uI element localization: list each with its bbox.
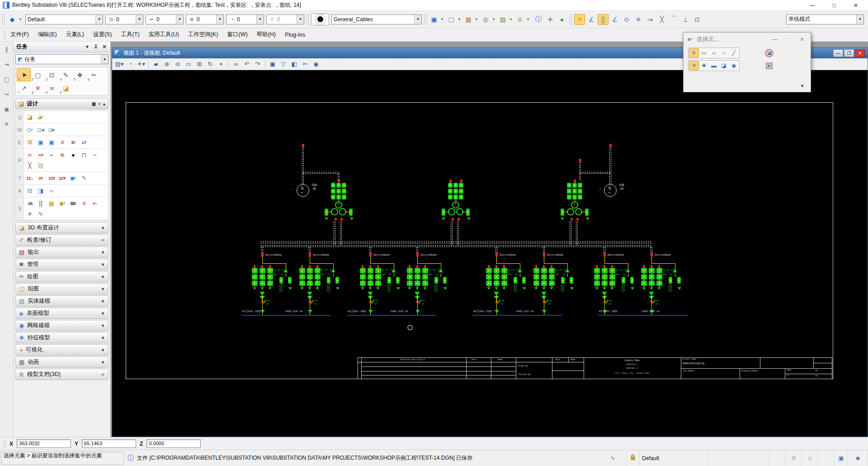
mode-combo[interactable]: 单线模式 ▼	[786, 14, 864, 24]
chevron-down-icon[interactable]: ▼	[101, 55, 108, 64]
task-section-实体建模[interactable]: ▧实体建模▼	[15, 295, 108, 307]
view-close-button[interactable]: ✕	[855, 49, 865, 57]
active-level-combo[interactable]: Default ▼	[25, 14, 103, 24]
measure-tool[interactable]: ≍9	[45, 81, 59, 95]
chevron-down-icon[interactable]: ▼	[856, 15, 863, 24]
device-tree-icon[interactable]: ⌘	[24, 137, 35, 147]
view-tool-icon[interactable]: ∞	[231, 61, 241, 67]
prev-page-icon[interactable]: ▢◀	[35, 124, 46, 135]
task-section-模型文档(3D)[interactable]: ≣模型文档(3D)≓	[15, 369, 108, 380]
chevron-down-icon[interactable]: ▼	[474, 14, 479, 25]
chevron-down-icon[interactable]: ▼	[101, 250, 105, 255]
xbox-text-icon[interactable]: ▩T	[57, 198, 68, 209]
toolbar-grip[interactable]	[424, 14, 426, 25]
view-tool-icon[interactable]: ☀▾	[137, 61, 146, 67]
toolbox-tool[interactable]: ◪0	[59, 81, 73, 95]
user-segment[interactable]: ☻	[848, 450, 868, 466]
chevron-down-icon[interactable]: ▼	[95, 15, 103, 24]
view-tool-icon[interactable]: ◔	[126, 61, 135, 67]
junction-dot-icon[interactable]: ●	[68, 150, 79, 160]
coord-grip[interactable]	[4, 440, 6, 448]
device-swap-icon[interactable]: ⇄	[79, 137, 90, 147]
close-button[interactable]: ✕	[846, 0, 865, 10]
number-sign-icon[interactable]: ##	[35, 173, 46, 183]
select-individual-icon[interactable]: ✛	[689, 48, 699, 57]
active-priority-combo[interactable]: ⇪ 0 ▼	[266, 14, 304, 24]
dialog-maximize-button[interactable]: □	[783, 36, 793, 43]
chevron-down-icon[interactable]: ▼	[297, 15, 304, 24]
new-project-icon[interactable]: ◪+	[35, 112, 46, 122]
task-section-输出[interactable]: ▤输出▼	[15, 247, 108, 258]
mode-invert-icon[interactable]: ◪	[719, 61, 729, 70]
task-section-管理[interactable]: ✱管理▼	[15, 259, 108, 270]
move-tool[interactable]: ↗7	[17, 81, 31, 95]
shield-segment[interactable]: ▣	[835, 450, 848, 466]
dialog-close-button[interactable]: ✕	[797, 36, 807, 43]
toolbar-button[interactable]: ▢▼	[446, 14, 462, 25]
status-empty-segment[interactable]	[769, 450, 786, 466]
active-lineweight-combo[interactable]: ≡ 0 ▼	[186, 14, 224, 24]
view-tool-icon[interactable]: ◉	[311, 61, 321, 67]
minimize-button[interactable]: —	[803, 0, 822, 10]
view-tool-icon[interactable]: ⊕	[162, 61, 171, 67]
menu-item[interactable]: 工作空间(K)	[184, 29, 223, 41]
planes-icon[interactable]: ◨	[35, 185, 46, 196]
y-coordinate-field[interactable]: 65.1463	[82, 439, 136, 448]
select-shape-icon[interactable]: ▱	[709, 48, 719, 57]
place-device-icon[interactable]: ▣	[46, 137, 57, 147]
snap-mode-indicator[interactable]: ∿	[599, 450, 627, 466]
brush-tool[interactable]: ✎4	[59, 68, 73, 81]
chevron-down-icon[interactable]: ▼	[439, 14, 445, 25]
chevron-down-icon[interactable]: ▼	[84, 44, 90, 49]
dock-pair-icon[interactable]: ∥	[5, 46, 8, 53]
delete-tool[interactable]: ✕8	[31, 81, 45, 95]
wire-angle-icon[interactable]: ⌐	[90, 150, 100, 160]
toolbar-button[interactable]: ≣▼	[514, 14, 531, 25]
chevron-down-icon[interactable]: ▼	[491, 14, 496, 25]
select-line-icon[interactable]: ╱	[729, 48, 739, 57]
chevron-down-icon[interactable]: ▼	[508, 14, 514, 25]
chevron-down-icon[interactable]: ▼	[101, 287, 105, 291]
task-section-网格建模[interactable]: ◉网格建模▼	[15, 320, 108, 331]
copy-sheet-icon[interactable]: ▣+	[68, 173, 79, 183]
grid-dots-icon[interactable]: ⣿	[35, 198, 46, 209]
dialog-minimize-button[interactable]: —	[770, 36, 780, 43]
task-combo[interactable]: ◩ 任务 ▼	[15, 54, 108, 64]
view-tool-icon[interactable]: ⌖	[217, 61, 226, 68]
menu-item[interactable]: Plug-ins	[280, 29, 310, 40]
device-number-icon[interactable]: #	[57, 137, 68, 147]
layout-icon[interactable]: ≡	[98, 101, 101, 106]
wire-break-icon[interactable]: ⌁	[46, 150, 57, 160]
active-element-swatch[interactable]	[311, 14, 329, 25]
task-section-检查/修订[interactable]: ✐检查/修订≓	[15, 234, 108, 246]
palette-tool[interactable]: ❖5	[73, 68, 87, 81]
cut-tool[interactable]: ✂6	[87, 68, 101, 81]
wave-icon[interactable]: ∿	[35, 209, 46, 219]
view-tool-icon[interactable]: ▰	[151, 61, 160, 67]
task-section-动画[interactable]: ▦动画▼	[15, 357, 108, 368]
snap-perpendicular-icon[interactable]: ⊥	[680, 14, 691, 25]
menu-item[interactable]: 编辑(E)	[33, 29, 61, 41]
hash-minus-icon[interactable]: #−	[90, 198, 100, 209]
mode-subtract-icon[interactable]: ▬	[709, 61, 719, 70]
chevron-down-icon[interactable]: ▼	[525, 14, 531, 25]
task-section-特征模型[interactable]: ❖特征模型▼	[15, 332, 108, 343]
menu-item[interactable]: 窗口(W)	[223, 29, 252, 41]
task-section-组图[interactable]: ◫组图▼	[15, 283, 108, 295]
mode-new-icon[interactable]: ✳	[689, 61, 699, 70]
dock-import-icon[interactable]: ⇥	[4, 61, 9, 68]
wire-accent-icon[interactable]: ≓	[101, 372, 105, 377]
wire-cross-icon[interactable]: ╳	[24, 160, 35, 171]
toolbar-button[interactable]: ▨▼	[497, 14, 514, 25]
chevron-down-icon[interactable]: ▼	[176, 15, 183, 24]
chevron-down-icon[interactable]: ▼	[136, 15, 143, 24]
chevron-down-icon[interactable]: ▼	[101, 226, 105, 230]
chevron-down-icon[interactable]: ▼	[101, 311, 105, 316]
bus-icon[interactable]: ⊓	[79, 150, 90, 160]
snap-tangent-icon[interactable]: ⌒	[668, 14, 679, 25]
snap-nearest-icon[interactable]: ∠	[586, 14, 597, 25]
chevron-down-icon[interactable]: ▼	[457, 14, 462, 25]
mode-all-icon[interactable]: ◉	[729, 61, 739, 70]
snap-origin-icon[interactable]: ✳	[633, 14, 644, 25]
menu-item[interactable]: 帮助(H)	[252, 29, 280, 41]
